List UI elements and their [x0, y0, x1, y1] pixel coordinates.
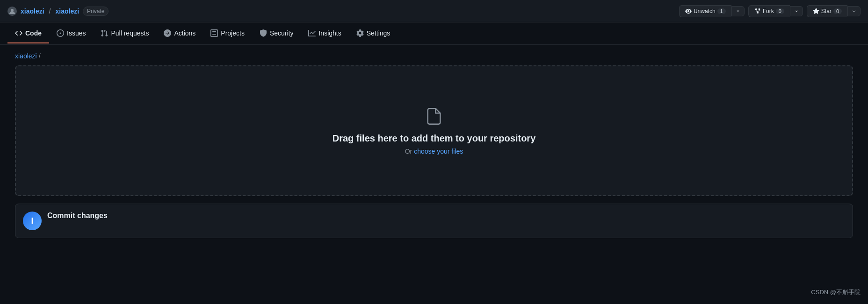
tab-security[interactable]: Security: [252, 24, 301, 43]
projects-icon: [210, 29, 218, 37]
commit-panel-title: Commit changes: [47, 212, 845, 220]
file-icon: [425, 107, 443, 126]
chevron-down-icon: [852, 9, 856, 14]
tab-settings-label: Settings: [367, 29, 391, 37]
private-badge: Private: [83, 7, 108, 16]
drop-zone-title: Drag files here to add them to your repo…: [333, 133, 536, 144]
settings-icon: [356, 29, 364, 37]
fork-count: 0: [776, 8, 784, 14]
top-bar: xiaolezi / xiaolezi Private Unwatch 1: [0, 0, 868, 22]
star-dropdown-button[interactable]: [847, 6, 861, 16]
tab-projects[interactable]: Projects: [203, 24, 252, 43]
chevron-down-icon: [794, 9, 799, 14]
chevron-down-icon: [736, 9, 740, 14]
breadcrumb: xiaolezi /: [15, 52, 853, 60]
owner-avatar: [7, 7, 17, 16]
pr-icon: [101, 29, 108, 37]
fork-dropdown-button[interactable]: [790, 6, 803, 16]
tab-projects-label: Projects: [221, 29, 245, 37]
drop-zone-subtitle-prefix: Or: [405, 148, 414, 155]
code-icon: [15, 29, 22, 37]
tab-insights[interactable]: Insights: [301, 24, 348, 43]
drop-zone[interactable]: Drag files here to add them to your repo…: [15, 65, 853, 196]
commit-panel-body: Commit changes: [47, 212, 845, 224]
drop-zone-subtitle: Or choose your files: [405, 148, 463, 155]
choose-files-link[interactable]: choose your files: [414, 148, 463, 155]
tab-code[interactable]: Code: [7, 24, 49, 43]
tab-settings[interactable]: Settings: [349, 24, 398, 43]
fork-icon: [754, 8, 761, 14]
tab-issues-label: Issues: [67, 29, 86, 37]
tab-pull-requests[interactable]: Pull requests: [93, 24, 156, 43]
star-group: Star 0: [807, 5, 861, 17]
watermark-text: CSDN @不斛手院: [811, 289, 861, 296]
eye-icon: [685, 8, 692, 14]
unwatch-label: Unwatch: [694, 8, 716, 14]
fork-label: Fork: [763, 8, 774, 14]
breadcrumb-slash: /: [49, 7, 51, 15]
issue-icon: [57, 29, 64, 37]
star-count: 0: [833, 8, 842, 14]
fork-group: Fork 0: [748, 5, 803, 17]
nav-tabs: Code Issues Pull requests Actions: [0, 22, 868, 45]
star-button[interactable]: Star 0: [807, 5, 847, 17]
watermark: CSDN @不斛手院: [811, 288, 861, 297]
fork-button[interactable]: Fork 0: [748, 5, 790, 17]
actions-icon: [164, 29, 171, 37]
tab-insights-label: Insights: [318, 29, 341, 37]
commit-panel: I Commit changes: [15, 204, 853, 238]
repo-name[interactable]: xiaolezi: [55, 7, 79, 15]
top-bar-left: xiaolezi / xiaolezi Private: [7, 7, 108, 16]
commit-avatar-letter: I: [31, 216, 33, 226]
unwatch-dropdown-button[interactable]: [731, 6, 745, 16]
unwatch-button[interactable]: Unwatch 1: [679, 5, 731, 17]
main-content: xiaolezi / Drag files here to add them t…: [0, 45, 868, 246]
breadcrumb-owner[interactable]: xiaolezi: [15, 52, 37, 60]
tab-actions-label: Actions: [174, 29, 195, 37]
insights-icon: [308, 29, 316, 37]
commit-avatar: I: [23, 212, 42, 230]
star-label: Star: [821, 8, 832, 14]
repo-owner[interactable]: xiaolezi: [21, 7, 44, 15]
breadcrumb-separator: /: [39, 52, 41, 60]
unwatch-count: 1: [717, 8, 726, 14]
tab-code-label: Code: [25, 29, 42, 37]
unwatch-group: Unwatch 1: [679, 5, 745, 17]
tab-pull-requests-label: Pull requests: [111, 29, 149, 37]
security-icon: [260, 29, 267, 37]
top-bar-right: Unwatch 1 Fork 0: [679, 5, 861, 17]
tab-actions[interactable]: Actions: [156, 24, 203, 43]
tab-security-label: Security: [270, 29, 294, 37]
tab-issues[interactable]: Issues: [49, 24, 93, 43]
star-icon: [813, 8, 819, 14]
